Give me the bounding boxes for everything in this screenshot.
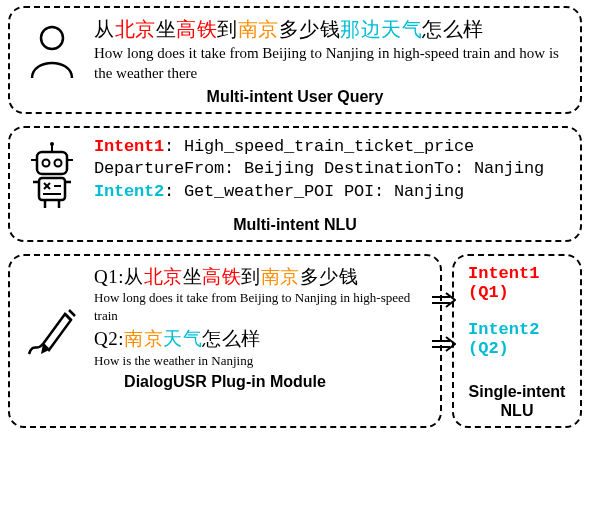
svg-point-5 <box>55 159 62 166</box>
svg-point-0 <box>41 27 63 49</box>
arrow-stack <box>432 292 456 352</box>
panel3-right-caption: Single-intent NLU <box>469 382 566 420</box>
panel2-row: Intent1: High_speed_train_ticket_price D… <box>24 136 566 212</box>
intent1-line: Intent1: High_speed_train_ticket_price <box>94 136 566 159</box>
q2-prefix: Q2: <box>94 328 124 349</box>
t: 从 <box>124 266 144 287</box>
intent1-label: Intent1 <box>94 137 164 156</box>
q2-chinese: Q2:南京天气怎么样 <box>94 326 426 352</box>
t: 到 <box>241 266 261 287</box>
q1-prefix: Q1: <box>94 266 124 287</box>
panel-single-intent-nlu: Intent1 (Q1) Intent2 (Q2) Single-intent … <box>452 254 582 428</box>
t: 怎么样 <box>202 328 261 349</box>
intent2-label: Intent2 <box>94 182 164 201</box>
t: 坐 <box>183 266 203 287</box>
q1-chinese: Q1:从北京坐高铁到南京多少钱 <box>94 264 426 290</box>
text: 怎么样 <box>422 18 484 40</box>
t: 天气 <box>163 328 202 349</box>
query-english: How long does it take from Beijing to Na… <box>94 43 566 84</box>
panel1-row: 从北京坐高铁到南京多少钱那边天气怎么样 How long does it tak… <box>24 16 566 84</box>
text: 坐 <box>156 18 177 40</box>
t: 南京 <box>124 328 163 349</box>
intent2-value: : Get_weather_POI POI: Nanjing <box>164 182 464 201</box>
right-intent1: Intent1 (Q1) <box>468 264 566 302</box>
panel3-content: Q1:从北京坐高铁到南京多少钱 How long does it take fr… <box>94 264 426 370</box>
caption-line2: NLU <box>501 402 534 419</box>
arrow-icon <box>432 336 456 352</box>
intent2-line: Intent2: Get_weather_POI POI: Nanjing <box>94 181 566 204</box>
slots-line: DepartureFrom: Beijing DestinationTo: Na… <box>94 158 566 181</box>
panel3-row: Q1:从北京坐高铁到南京多少钱 How long does it take fr… <box>24 264 426 370</box>
user-icon <box>24 16 80 82</box>
t: 多少钱 <box>300 266 359 287</box>
robot-icon <box>24 136 80 212</box>
pen-icon <box>24 264 80 364</box>
panel3-left-caption: DialogUSR Plug-in Module <box>24 373 426 391</box>
t: 高铁 <box>202 266 241 287</box>
text-nanjing: 南京 <box>238 18 279 40</box>
text: 到 <box>217 18 238 40</box>
svg-point-4 <box>43 159 50 166</box>
t: 北京 <box>144 266 183 287</box>
svg-point-2 <box>50 142 54 146</box>
query-chinese: 从北京坐高铁到南京多少钱那边天气怎么样 <box>94 16 566 43</box>
q1-english: How long does it take from Beijing to Na… <box>94 289 426 324</box>
panel-dialogusr: Q1:从北京坐高铁到南京多少钱 How long does it take fr… <box>8 254 442 428</box>
text: 从 <box>94 18 115 40</box>
caption-line1: Single-intent <box>469 383 566 400</box>
panel-user-query: 从北京坐高铁到南京多少钱那边天气怎么样 How long does it tak… <box>8 6 582 114</box>
panel1-caption: Multi-intent User Query <box>24 88 566 106</box>
arrow-icon <box>432 292 456 308</box>
svg-line-17 <box>65 314 71 320</box>
panel2-caption: Multi-intent NLU <box>24 216 566 234</box>
svg-rect-8 <box>39 178 65 200</box>
t: 南京 <box>261 266 300 287</box>
panel-multi-intent-nlu: Intent1: High_speed_train_ticket_price D… <box>8 126 582 242</box>
panel1-content: 从北京坐高铁到南京多少钱那边天气怎么样 How long does it tak… <box>94 16 566 84</box>
text-beijing: 北京 <box>115 18 156 40</box>
text: 多少钱 <box>279 18 341 40</box>
text-hsr: 高铁 <box>176 18 217 40</box>
text-weather: 那边天气 <box>340 18 422 40</box>
intent1-value: : High_speed_train_ticket_price <box>164 137 474 156</box>
right-intent2: Intent2 (Q2) <box>468 320 566 358</box>
bottom-row: Q1:从北京坐高铁到南京多少钱 How long does it take fr… <box>8 254 582 428</box>
q2-english: How is the weather in Nanjing <box>94 352 426 370</box>
panel2-content: Intent1: High_speed_train_ticket_price D… <box>94 136 566 205</box>
